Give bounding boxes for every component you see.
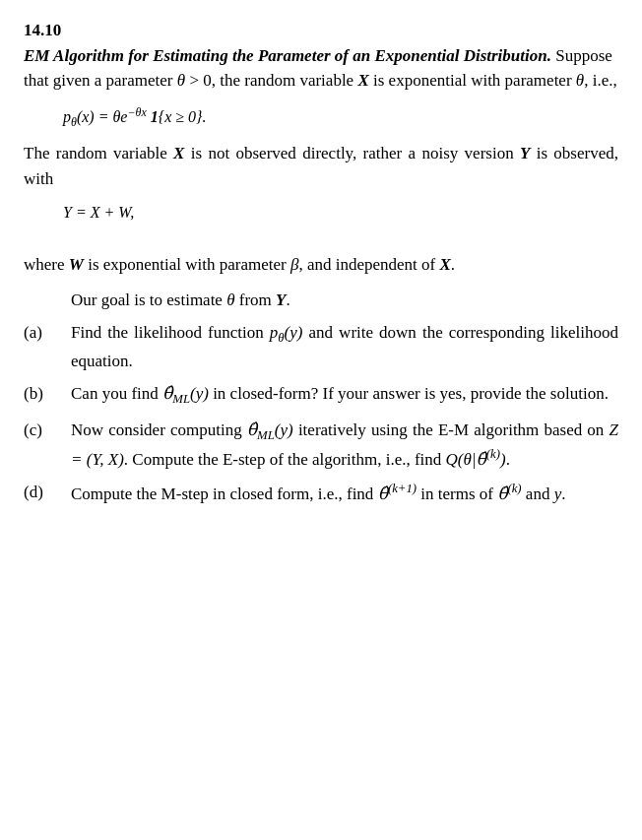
list-content-b: Can you find θ̂ML(y) in closed-form? If …	[71, 381, 618, 410]
list-item-a: (a) Find the likelihood function pθ(y) a…	[24, 320, 618, 373]
paragraph-where: where W is exponential with parameter β,…	[24, 252, 618, 278]
list-content-a: Find the likelihood function pθ(y) and w…	[71, 320, 618, 373]
list-content-c: Now consider computing θ̂ML(y) iterative…	[71, 418, 618, 473]
formula-density: pθ(x) = θe−θx 1{x ≥ 0}.	[63, 103, 618, 132]
section-number: 14.10	[24, 18, 61, 43]
list-item-b: (b) Can you find θ̂ML(y) in closed-form?…	[24, 381, 618, 410]
list-label-b: (b)	[24, 381, 71, 410]
list-label-a: (a)	[24, 320, 71, 373]
formula-density-text: pθ(x) = θe−θx 1{x ≥ 0}.	[63, 108, 206, 125]
section-header: 14.10 EM Algorithm for Estimating the Pa…	[24, 18, 618, 94]
list-item-d: (d) Compute the M-step in closed form, i…	[24, 480, 618, 506]
page-content: 14.10 EM Algorithm for Estimating the Pa…	[24, 18, 618, 506]
formula-Y: Y = X + W,	[63, 201, 618, 225]
section-title: EM Algorithm for Estimating the Paramete…	[24, 43, 618, 94]
list-item-c: (c) Now consider computing θ̂ML(y) itera…	[24, 418, 618, 473]
list-label-c: (c)	[24, 418, 71, 473]
list-content-d: Compute the M-step in closed form, i.e.,…	[71, 480, 618, 506]
goal-statement: Our goal is to estimate θ from Y.	[71, 288, 618, 313]
title-italic: EM Algorithm for Estimating the Paramete…	[24, 46, 551, 65]
formula-Y-text: Y = X + W,	[63, 204, 134, 221]
list-label-d: (d)	[24, 480, 71, 506]
paragraph-noisy: The random variable X is not observed di…	[24, 141, 618, 191]
